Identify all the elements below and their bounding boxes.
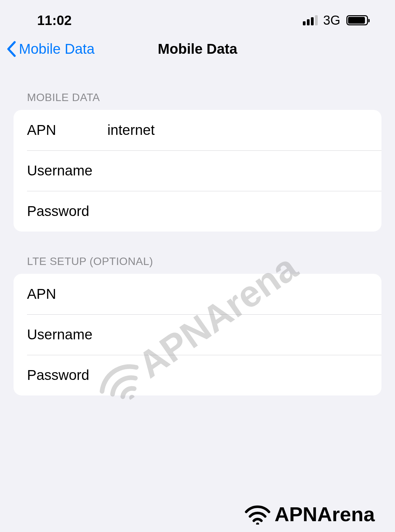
back-button[interactable]: Mobile Data [7, 41, 95, 57]
lte-password-input[interactable] [107, 367, 368, 383]
section-header-mobile-data: MOBILE DATA [0, 91, 395, 110]
back-label: Mobile Data [19, 41, 95, 57]
apn-label: APN [27, 122, 107, 138]
status-indicators: 3G [303, 13, 368, 28]
username-label: Username [27, 163, 107, 179]
row-lte-username[interactable]: Username [14, 314, 381, 355]
lte-apn-input[interactable] [107, 286, 368, 302]
row-lte-password[interactable]: Password [14, 355, 381, 395]
page-title: Mobile Data [158, 41, 237, 57]
row-lte-apn[interactable]: APN [14, 274, 381, 314]
watermark-bottom-text: APNArena [274, 503, 375, 526]
status-bar: 11:02 3G [0, 0, 395, 34]
network-type: 3G [323, 13, 340, 28]
lte-password-label: Password [27, 367, 107, 383]
wifi-icon [244, 504, 271, 525]
chevron-left-icon [7, 41, 16, 57]
lte-username-label: Username [27, 327, 107, 343]
group-mobile-data: APN Username Password [14, 110, 381, 232]
section-mobile-data: MOBILE DATA APN Username Password [0, 91, 395, 232]
password-label: Password [27, 203, 107, 219]
username-input[interactable] [107, 163, 368, 179]
group-lte: APN Username Password [14, 274, 381, 395]
password-input[interactable] [107, 203, 368, 219]
signal-icon [303, 15, 318, 25]
row-password[interactable]: Password [14, 191, 381, 232]
lte-username-input[interactable] [107, 327, 368, 343]
nav-bar: Mobile Data Mobile Data [0, 34, 395, 68]
lte-apn-label: APN [27, 286, 107, 302]
section-lte-setup: LTE SETUP (OPTIONAL) APN Username Passwo… [0, 255, 395, 395]
row-username[interactable]: Username [14, 150, 381, 191]
watermark-bottom: APNArena [244, 503, 375, 526]
section-header-lte: LTE SETUP (OPTIONAL) [0, 255, 395, 274]
svg-point-1 [256, 523, 259, 525]
apn-input[interactable] [107, 122, 368, 138]
status-time: 11:02 [37, 13, 72, 28]
battery-icon [346, 15, 368, 25]
row-apn[interactable]: APN [14, 110, 381, 150]
